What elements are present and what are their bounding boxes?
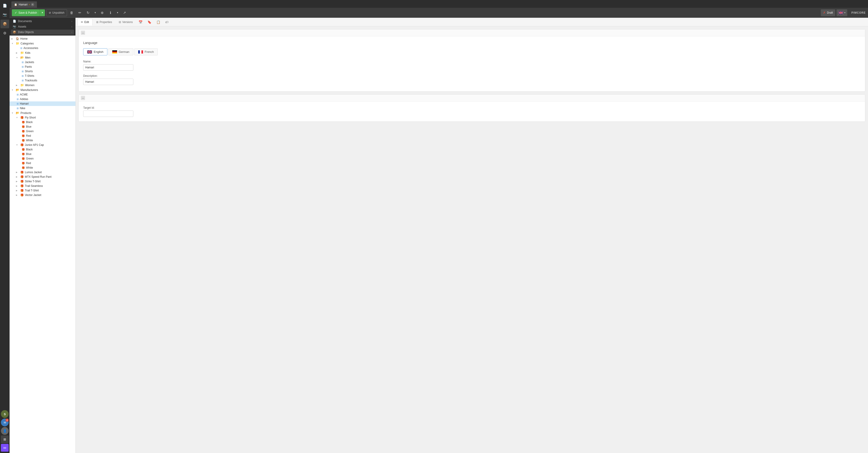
hamari-grid-icon: ⊞ [17,102,19,105]
tab-versions[interactable]: ⊟ Versions [116,19,136,26]
message-badge: 4 [5,419,9,422]
vector-toggle: ▶ [16,194,19,196]
nav-documents[interactable]: 📄 [0,1,9,10]
share-button[interactable]: ↗ [121,9,128,16]
tree-item-tracksuits[interactable]: ⊞ Tracksuits [9,78,75,83]
nav-infinity[interactable]: ∞ [1,444,9,452]
tree-item-men[interactable]: ▼ 📂 Men [9,55,75,60]
nav-messages[interactable]: ✉ 4 [1,419,9,426]
language-section-collapse[interactable]: — [81,31,85,35]
tree-item-acme[interactable]: ⊞ ACME [9,92,75,97]
hamari-tab-icon: 📋 [14,3,17,6]
tree-item-fly-short-blue[interactable]: 🎁 Blue [9,124,75,129]
tree-nav-data-objects[interactable]: 📦 Data Objects › [11,30,74,35]
accessories-toggle: ▶ [16,47,19,49]
tab-notes[interactable]: 🔖 [145,19,154,26]
lumos-product-icon: 🎁 [20,171,24,174]
tree-item-manufacturers[interactable]: ▼ 📂 Manufacturers [9,88,75,92]
tree-item-junior-black[interactable]: 🎁 Black [9,147,75,152]
nav-grid[interactable]: ⊞ [1,435,9,443]
target-id-input[interactable] [83,110,133,117]
delete-button[interactable]: 🗑 [68,9,75,16]
hamari-tab[interactable]: 📋 Hamari • ✕ [11,1,37,8]
tree-item-junior-green[interactable]: 🎁 Green [9,156,75,161]
tab-tags[interactable]: 🏷 [163,19,171,26]
unpublish-button[interactable]: ⊘ Unpublish [46,9,67,16]
tree-item-pants[interactable]: ⊞ Pants [9,64,75,69]
lang-tab-german[interactable]: German [108,48,133,55]
women-toggle: ▶ [16,84,19,86]
women-folder-icon: 📁 [20,84,24,87]
reload-button[interactable]: ↻ [85,9,92,16]
tree-item-adidas[interactable]: ⊞ Adidas [9,97,75,101]
tree-item-nike[interactable]: ⊞ Nike [9,106,75,110]
trail-seamless-product-icon: 🎁 [20,184,24,188]
target-button[interactable]: ⊕ [99,9,106,16]
language-flag-container[interactable]: ▾ [837,9,847,16]
tab-dependencies[interactable]: 📋 [154,19,162,26]
tree-item-junior-ap1-cap[interactable]: ▼ 🎁 Junior AP1 Cap [9,143,75,147]
tree-item-home[interactable]: ▶ 🏠 Home [9,36,75,41]
tree-nav-assets[interactable]: 📷 Assets › [11,24,74,29]
tree-item-junior-white[interactable]: 🎁 White [9,165,75,170]
junior-label: Junior AP1 Cap [25,143,44,147]
tree-nav-documents[interactable]: 📄 Documents › [11,19,74,24]
tree-item-fly-short-black[interactable]: 🎁 Black [9,120,75,124]
tree-item-junior-blue[interactable]: 🎁 Blue [9,152,75,156]
tree-item-women[interactable]: ▶ 📁 Women [9,83,75,88]
tree-item-categories[interactable]: ▼ 📁 Categories [9,41,75,46]
tree-item-mtx[interactable]: ▶ 🎁 MTX Speed Run Pant [9,174,75,179]
reload-dropdown[interactable]: ▾ [93,9,98,16]
lang-tab-english[interactable]: English [83,48,107,55]
close-tab-button[interactable]: ✕ [31,3,34,6]
fly-blue-label: Blue [26,125,31,128]
target-id-section: — Target Id: [79,94,865,122]
save-publish-dropdown[interactable]: ▾ [40,9,45,16]
nav-user[interactable]: 👤 [1,427,9,435]
save-publish-button[interactable]: ✓ Save & Publish [12,9,40,16]
tree-item-trail-seamless[interactable]: ▶ 🎁 Trail Seamless [9,184,75,188]
tree-item-fly-short[interactable]: ▼ 🎁 Fly Short [9,115,75,120]
tree-item-vector-jacket[interactable]: ▶ 🎁 Vector Jacket [9,193,75,197]
tree-obj-icon: 📦 [13,31,16,34]
tree-item-fly-short-red[interactable]: 🎁 Red [9,133,75,138]
french-flag-icon [138,51,143,54]
nav-assets[interactable]: 📷 [0,10,9,19]
manufacturers-toggle: ▼ [11,89,14,91]
tree-item-junior-red[interactable]: 🎁 Red [9,161,75,165]
language-section: — Language [79,29,865,92]
mtx-product-icon: 🎁 [20,175,24,179]
junior-green-label: Green [26,157,33,160]
tree-item-fly-short-green[interactable]: 🎁 Green [9,129,75,133]
share-icon: ↗ [123,11,126,15]
tree-item-kids[interactable]: ▶ 📁 Kids [9,51,75,55]
tree-item-products[interactable]: ▼ 📂 Products [9,110,75,115]
jackets-label: Jackets [25,61,34,64]
tracksuits-grid-icon: ⊞ [22,79,24,82]
tree-item-hamari[interactable]: ⊞ Hamari [9,101,75,106]
info-button[interactable]: ℹ [107,9,114,16]
tab-scheduled[interactable]: 📅 [136,19,145,26]
acme-label: ACME [20,93,28,96]
tree-item-strike[interactable]: ▶ 🎁 Strike T-Shirt [9,179,75,184]
english-flag-icon [87,51,92,54]
info-dropdown[interactable]: ▾ [115,9,120,16]
tree-item-accessories[interactable]: ▶ ⊞ Accessories [9,46,75,51]
tab-edit[interactable]: ✏ Edit [78,19,93,26]
nav-symfony[interactable]: S [1,410,9,418]
name-input[interactable] [83,64,133,71]
lang-tab-french[interactable]: French [134,48,158,55]
tab-properties[interactable]: ⊞ Properties [93,19,115,26]
tree-item-lumos-jacket[interactable]: ▶ 🎁 Lumos Jacket [9,170,75,174]
edit-button[interactable]: ✏ [76,9,84,16]
tree-item-shorts[interactable]: ⊞ Shorts [9,69,75,74]
tree-item-jackets[interactable]: ⊞ Jackets [9,60,75,64]
tree-item-fly-short-white[interactable]: 🎁 White [9,138,75,143]
target-section-collapse[interactable]: — [81,96,85,100]
tree-item-trail-tshirt[interactable]: ▶ 🎁 Trail T-Shirt [9,188,75,193]
tags-tab-icon: 🏷 [165,20,168,24]
nav-settings[interactable]: ⚙ [0,29,9,37]
description-input[interactable] [83,78,133,85]
nav-data-objects[interactable]: 📦 [0,20,9,28]
tree-item-t-shirts[interactable]: ⊞ T-Shirts [9,74,75,78]
